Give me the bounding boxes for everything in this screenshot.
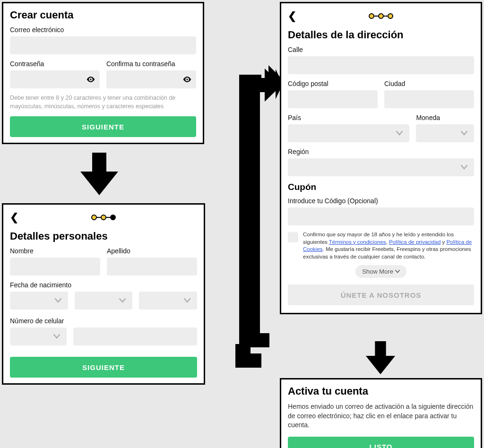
next-button[interactable]: SIGUIENTE bbox=[10, 116, 196, 137]
activate-title: Activa tu cuenta bbox=[288, 385, 474, 397]
show-more-label: Show More bbox=[362, 268, 393, 275]
chevron-down-icon bbox=[53, 334, 60, 339]
panel-create-account: Crear cuenta Correo electrónico Contrase… bbox=[2, 2, 204, 144]
svg-marker-5 bbox=[265, 69, 282, 102]
postal-label: Código postal bbox=[288, 80, 378, 87]
back-icon[interactable]: ❮ bbox=[10, 212, 18, 223]
phone-number-input[interactable] bbox=[73, 327, 197, 345]
done-button[interactable]: LISTO bbox=[288, 437, 474, 448]
phone-label: Número de celular bbox=[10, 317, 197, 325]
surname-label: Apellido bbox=[107, 247, 197, 255]
chevron-down-icon bbox=[55, 298, 61, 303]
chevron-down-icon bbox=[395, 270, 400, 273]
eye-icon[interactable] bbox=[183, 76, 191, 83]
email-input[interactable] bbox=[10, 36, 196, 54]
chevron-down-icon bbox=[461, 131, 467, 136]
panel-personal-details: ❮ Detalles personales Nombre Apellido Fe… bbox=[2, 203, 205, 385]
arrow-down-icon bbox=[80, 153, 118, 195]
country-label: País bbox=[288, 114, 409, 121]
consent-text: Confirmo que soy mayor de 18 años y he l… bbox=[303, 231, 474, 260]
dob-month-select[interactable] bbox=[75, 292, 133, 310]
region-select[interactable] bbox=[288, 158, 474, 176]
currency-select[interactable] bbox=[416, 124, 474, 142]
activate-description: Hemos enviado un correo de activación a … bbox=[288, 402, 474, 430]
chevron-down-icon bbox=[119, 298, 126, 303]
password-input[interactable] bbox=[10, 70, 100, 88]
dob-day-select[interactable] bbox=[10, 292, 68, 310]
country-select[interactable] bbox=[288, 124, 409, 142]
step-indicator bbox=[369, 13, 393, 19]
dob-year-select[interactable] bbox=[139, 292, 197, 310]
next-button[interactable]: SIGUIENTE bbox=[10, 357, 197, 378]
personal-title: Detalles personales bbox=[10, 230, 197, 242]
arrow-curve-icon bbox=[236, 61, 282, 364]
svg-point-1 bbox=[186, 78, 188, 80]
confirm-password-label: Confirma tu contraseña bbox=[106, 60, 196, 68]
link-terms[interactable]: Términos y condiciones bbox=[329, 239, 386, 245]
eye-icon[interactable] bbox=[86, 76, 95, 83]
name-input[interactable] bbox=[10, 258, 100, 276]
currency-label: Moneda bbox=[416, 114, 474, 121]
create-account-title: Crear cuenta bbox=[10, 9, 196, 21]
consent-checkbox[interactable] bbox=[288, 232, 298, 242]
password-label: Contraseña bbox=[10, 60, 100, 68]
join-button[interactable]: ÚNETE A NOSOTROS bbox=[288, 284, 474, 305]
panel-activate: Activa tu cuenta Hemos enviado un correo… bbox=[280, 378, 482, 448]
svg-rect-3 bbox=[241, 333, 269, 347]
confirm-password-input[interactable] bbox=[106, 70, 196, 88]
chevron-down-icon bbox=[461, 165, 467, 170]
panel-address-details: ❮ Detalles de la dirección Calle Código … bbox=[280, 2, 482, 314]
dob-label: Fecha de nacimiento bbox=[10, 281, 197, 289]
coupon-title: Cupón bbox=[288, 182, 474, 192]
surname-input[interactable] bbox=[107, 258, 197, 276]
arrow-down-icon bbox=[364, 341, 397, 374]
chevron-down-icon bbox=[396, 131, 403, 136]
phone-prefix-select[interactable] bbox=[10, 327, 67, 345]
street-label: Calle bbox=[288, 46, 474, 53]
region-label: Región bbox=[288, 148, 474, 155]
email-label: Correo electrónico bbox=[10, 26, 196, 34]
chevron-down-icon bbox=[184, 298, 190, 303]
svg-rect-2 bbox=[241, 78, 260, 347]
address-title: Detalles de la dirección bbox=[288, 29, 474, 41]
svg-point-0 bbox=[90, 78, 91, 80]
back-icon[interactable]: ❮ bbox=[288, 11, 296, 21]
city-label: Ciudad bbox=[384, 80, 474, 87]
show-more-button[interactable]: Show More bbox=[355, 265, 406, 278]
coupon-input[interactable] bbox=[288, 207, 474, 225]
postal-input[interactable] bbox=[288, 90, 378, 108]
coupon-label: Introduce tu Código (Opcional) bbox=[288, 197, 474, 205]
link-privacy[interactable]: Política de privacidad bbox=[389, 239, 441, 245]
street-input[interactable] bbox=[288, 56, 474, 74]
city-input[interactable] bbox=[384, 90, 474, 108]
svg-rect-4 bbox=[241, 78, 265, 92]
name-label: Nombre bbox=[10, 247, 100, 255]
step-indicator bbox=[91, 215, 116, 220]
password-hint: Debe tener entre 8 y 20 caracteres y ten… bbox=[10, 94, 196, 111]
